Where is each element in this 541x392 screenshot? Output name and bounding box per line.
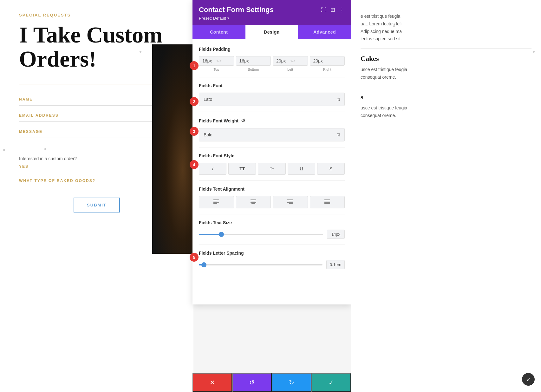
svg-rect-15	[324, 203, 330, 204]
yes-label: YES	[19, 164, 174, 169]
tab-advanced[interactable]: Advanced	[298, 25, 351, 39]
letter-spacing-slider-thumb[interactable]	[201, 262, 206, 267]
letter-spacing-slider-row: 0.1em	[199, 260, 345, 269]
padding-right-input[interactable]	[313, 58, 326, 63]
settings-header: Contact Form Settings ⛶ ⊞ ⋮ Preset: Defa…	[192, 0, 351, 25]
font-style-italic-button[interactable]: I	[199, 163, 226, 175]
tab-content[interactable]: Content	[192, 25, 245, 39]
main-heading: I Take Custom Orders!	[19, 23, 174, 71]
right-text-1: e est tristique feugia uat. Lorem lectus…	[361, 13, 531, 43]
more-options-icon[interactable]: ⋮	[339, 6, 345, 13]
dot-3	[44, 148, 46, 150]
text-size-slider-thumb[interactable]	[219, 232, 224, 237]
redo-button[interactable]: ↻	[272, 373, 311, 392]
preset-dropdown-arrow[interactable]: ▾	[227, 16, 229, 20]
padding-bottom-group	[236, 56, 271, 66]
action-bar: ✕ ↺ ↻ ✓	[192, 373, 351, 392]
fields-letter-spacing-label: Fields Letter Spacing	[199, 251, 345, 256]
svg-rect-7	[251, 203, 255, 204]
step-badge-4: 4	[190, 160, 199, 169]
letter-spacing-value: 0.1em	[326, 260, 345, 269]
font-weight-reset-icon[interactable]: ↺	[241, 118, 245, 124]
text-size-slider-fill	[199, 234, 221, 235]
padding-top-group: </>	[199, 56, 234, 66]
tab-design[interactable]: Design	[245, 25, 298, 39]
fields-font-weight-label: Fields Font Weight	[199, 118, 238, 123]
divider-2	[199, 112, 345, 112]
settings-title-row: Contact Form Settings ⛶ ⊞ ⋮	[199, 6, 345, 14]
font-style-bold-button[interactable]: TT	[228, 163, 256, 175]
font-style-buttons-row: I TT Tt U S	[199, 163, 345, 175]
padding-link-icon-1: </>	[216, 59, 222, 63]
help-icon: ↙	[526, 376, 531, 382]
fields-font-weight-select-wrap: Bold Normal Light ⇅	[199, 128, 345, 141]
settings-tabs: Content Design Advanced	[192, 25, 351, 39]
right-text-3: usce est tristique feugia consequat orem…	[361, 104, 531, 120]
svg-rect-11	[289, 203, 293, 204]
undo-button[interactable]: ↺	[232, 373, 272, 392]
settings-title: Contact Form Settings	[199, 6, 274, 14]
cancel-button[interactable]: ✕	[192, 373, 232, 392]
email-field-label: EMAIL ADDRESS	[19, 113, 174, 122]
svg-rect-0	[213, 199, 219, 200]
baked-goods-row[interactable]: WHAT TYPE OF BAKED GOODS? ▼	[19, 178, 174, 188]
dot-2	[3, 149, 5, 151]
preset-label: Preset: Default	[199, 16, 226, 21]
fields-font-select-wrap: Lato Arial Georgia ⇅	[199, 93, 345, 106]
letter-spacing-slider-track[interactable]	[199, 264, 323, 265]
baked-goods-label: WHAT TYPE OF BAKED GOODS?	[19, 179, 170, 183]
fields-padding-label: Fields Padding	[199, 47, 345, 52]
save-button[interactable]: ✓	[311, 373, 351, 392]
preset-row: Preset: Default ▾	[199, 16, 345, 21]
padding-top-input[interactable]	[202, 58, 215, 63]
text-size-slider-track[interactable]	[199, 234, 323, 235]
step-badge-1: 1	[190, 61, 199, 70]
grid-icon[interactable]: ⊞	[330, 6, 335, 13]
fields-font-style-section: Fields Font Style I TT Tt U S	[199, 153, 345, 175]
right-divider-2	[361, 87, 531, 87]
padding-top-label: Top	[199, 68, 234, 71]
interested-text: Interested in a custom order?	[19, 156, 174, 161]
step-badge-5: 5	[190, 253, 199, 262]
padding-left-group: </>	[273, 56, 308, 66]
svg-rect-5	[251, 201, 255, 201]
align-left-button[interactable]	[199, 196, 234, 208]
align-justify-button[interactable]	[310, 196, 345, 208]
padding-right-group	[310, 56, 345, 66]
fields-font-weight-section: Fields Font Weight ↺ Bold Normal Light ⇅	[199, 118, 345, 141]
font-style-underline-button[interactable]: U	[288, 163, 315, 175]
font-style-smallcaps-button[interactable]: Tt	[258, 163, 285, 175]
fields-font-weight-select[interactable]: Bold Normal Light	[199, 128, 344, 141]
special-requests-label: SPECIAL REQUESTS	[19, 13, 174, 17]
padding-link-icon-2: </>	[290, 59, 296, 63]
svg-rect-2	[213, 202, 219, 203]
padding-left-input[interactable]	[276, 58, 289, 63]
submit-button[interactable]: Submit	[74, 198, 120, 212]
fields-text-alignment-label: Fields Text Alignment	[199, 186, 345, 192]
step-badge-2: 2	[190, 97, 199, 106]
right-heading-1: Cakes	[361, 55, 531, 63]
text-size-slider-row: 14px	[199, 230, 345, 239]
svg-rect-1	[213, 201, 217, 201]
svg-rect-8	[287, 199, 293, 200]
form-divider	[19, 84, 174, 84]
align-right-button[interactable]	[273, 196, 308, 208]
svg-rect-6	[251, 202, 256, 203]
font-style-strikethrough-button[interactable]: S	[317, 163, 345, 175]
settings-body: Fields Padding </> </> Top	[192, 39, 351, 304]
right-panel: e est tristique feugia uat. Lorem lectus…	[351, 0, 541, 392]
divider-4	[199, 180, 345, 181]
dot-5	[533, 51, 535, 53]
fullscreen-icon[interactable]: ⛶	[321, 7, 327, 13]
svg-rect-3	[213, 203, 217, 204]
align-center-button[interactable]	[236, 196, 271, 208]
fields-font-select[interactable]: Lato Arial Georgia	[199, 93, 344, 106]
help-button[interactable]: ↙	[522, 373, 535, 386]
textarea-resize-handle: ⤡	[19, 141, 174, 147]
padding-inputs-row: </> </>	[199, 56, 345, 66]
text-size-value: 14px	[327, 230, 345, 239]
padding-bottom-input[interactable]	[239, 58, 252, 63]
dot-1	[140, 51, 141, 53]
fields-text-size-label: Fields Text Size	[199, 220, 345, 225]
svg-rect-12	[324, 199, 330, 200]
